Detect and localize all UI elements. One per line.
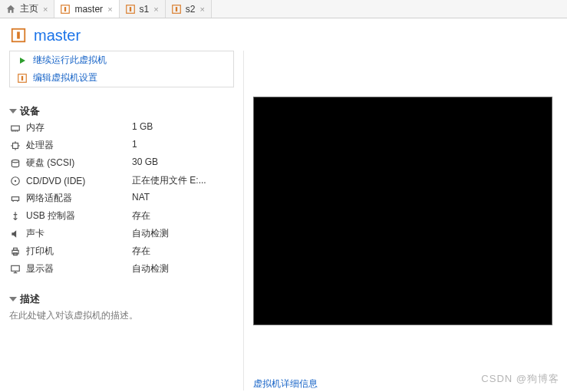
svg-rect-10 <box>12 126 20 130</box>
device-name: 打印机 <box>26 245 54 258</box>
vm-icon <box>59 3 71 15</box>
device-name: 网络适配器 <box>26 192 72 205</box>
device-row-display[interactable]: 显示器 <box>9 262 132 275</box>
tab-label: master <box>74 4 103 15</box>
device-value: 1 <box>132 139 234 152</box>
svg-rect-19 <box>12 265 20 271</box>
vm-icon <box>170 3 183 15</box>
device-value: 1 GB <box>132 121 234 134</box>
page-title: master <box>34 27 81 44</box>
device-row-sound[interactable]: 声卡 <box>9 227 132 240</box>
description-section: 描述 在此处键入对该虚拟机的描述。 <box>9 292 234 322</box>
action-label: 编辑虚拟机设置 <box>33 71 97 84</box>
cd-icon <box>9 175 21 187</box>
svg-point-14 <box>15 180 16 181</box>
device-name: 内存 <box>26 121 45 134</box>
section-title: 描述 <box>20 292 40 306</box>
edit-vm-settings-action[interactable]: 编辑虚拟机设置 <box>10 69 233 87</box>
watermark: CSDN @狗博客 <box>481 372 559 386</box>
device-value: 存在 <box>132 209 234 222</box>
page-header: master <box>0 18 567 51</box>
cpu-icon <box>9 140 21 152</box>
play-icon <box>16 54 28 67</box>
tab-home[interactable]: 主页 × <box>0 0 54 18</box>
svg-rect-11 <box>13 143 18 148</box>
memory-icon <box>9 122 21 134</box>
right-panel: 虚拟机详细信息 CSDN @狗博客 <box>244 51 567 390</box>
close-icon[interactable]: × <box>106 5 114 14</box>
device-name: 硬盘 (SCSI) <box>26 156 74 170</box>
usb-icon <box>9 210 21 222</box>
chevron-down-icon <box>9 109 17 114</box>
disk-icon <box>9 157 21 170</box>
close-icon[interactable]: × <box>152 5 160 14</box>
description-header[interactable]: 描述 <box>9 292 234 306</box>
svg-point-12 <box>12 160 18 163</box>
device-value: 自动检测 <box>132 227 234 240</box>
action-box: 继续运行此虚拟机 编辑虚拟机设置 <box>9 51 234 87</box>
device-name: USB 控制器 <box>26 209 75 222</box>
resume-vm-action[interactable]: 继续运行此虚拟机 <box>10 51 233 69</box>
device-value: 30 GB <box>132 156 234 170</box>
devices-header[interactable]: 设备 <box>9 104 234 118</box>
svg-rect-17 <box>14 248 18 250</box>
device-row-disk[interactable]: 硬盘 (SCSI) <box>9 156 132 170</box>
device-value: NAT <box>132 192 234 205</box>
device-name: CD/DVD (IDE) <box>26 176 85 186</box>
tab-label: 主页 <box>20 2 38 15</box>
device-name: 显示器 <box>26 262 54 275</box>
svg-rect-9 <box>21 76 23 81</box>
tab-bar: 主页 × master × s1 × s2 × <box>0 0 567 18</box>
home-icon <box>5 3 17 15</box>
svg-rect-7 <box>17 31 20 38</box>
svg-rect-15 <box>12 196 18 200</box>
close-icon[interactable]: × <box>198 5 206 14</box>
device-row-cpu[interactable]: 处理器 <box>9 139 132 152</box>
device-value: 正在使用文件 E:... <box>132 174 234 187</box>
vm-icon <box>124 3 137 15</box>
chevron-down-icon <box>9 297 17 301</box>
vm-icon <box>9 26 28 44</box>
tab-master[interactable]: master × <box>54 0 119 18</box>
printer-icon <box>9 245 21 258</box>
device-row-memory[interactable]: 内存 <box>9 121 132 134</box>
description-placeholder[interactable]: 在此处键入对该虚拟机的描述。 <box>9 309 234 322</box>
close-icon[interactable]: × <box>41 5 49 14</box>
tab-s2[interactable]: s2 × <box>166 0 212 18</box>
svg-rect-3 <box>129 7 130 12</box>
section-title: 设备 <box>20 104 40 118</box>
device-value: 自动检测 <box>132 262 234 275</box>
vm-preview[interactable] <box>253 97 552 325</box>
device-row-cd[interactable]: CD/DVD (IDE) <box>9 174 132 187</box>
svg-rect-1 <box>64 7 66 12</box>
vm-details-link[interactable]: 虚拟机详细信息 <box>253 377 318 390</box>
action-label: 继续运行此虚拟机 <box>33 54 107 67</box>
left-panel: 继续运行此虚拟机 编辑虚拟机设置 设备 内存1 GB处理器1硬盘 (SCSI)3… <box>0 51 244 390</box>
net-icon <box>9 193 21 205</box>
device-value: 存在 <box>132 245 234 258</box>
devices-section: 设备 内存1 GB处理器1硬盘 (SCSI)30 GBCD/DVD (IDE)正… <box>9 104 234 275</box>
device-name: 处理器 <box>26 139 54 152</box>
device-row-printer[interactable]: 打印机 <box>9 245 132 258</box>
devices-grid: 内存1 GB处理器1硬盘 (SCSI)30 GBCD/DVD (IDE)正在使用… <box>9 121 234 275</box>
settings-icon <box>16 72 28 84</box>
tab-label: s1 <box>140 4 150 15</box>
device-row-usb[interactable]: USB 控制器 <box>9 209 132 222</box>
device-row-net[interactable]: 网络适配器 <box>9 192 132 205</box>
tab-s1[interactable]: s1 × <box>120 0 166 18</box>
svg-rect-5 <box>176 7 177 12</box>
sound-icon <box>9 228 21 240</box>
tab-label: s2 <box>186 4 196 15</box>
device-name: 声卡 <box>26 227 45 240</box>
display-icon <box>9 263 21 275</box>
